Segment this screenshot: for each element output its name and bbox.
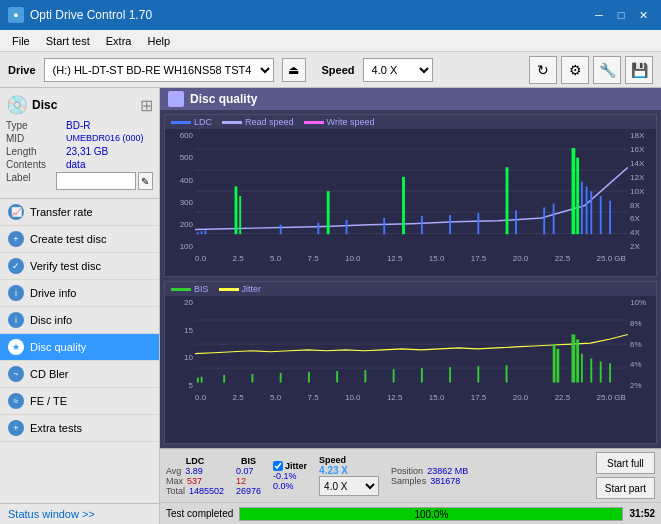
svg-rect-46 bbox=[553, 344, 556, 382]
bottom-bar: Test completed 100.0% 31:52 bbox=[160, 502, 661, 524]
sidebar-item-disc-quality[interactable]: ★ Disc quality bbox=[0, 334, 159, 361]
sidebar-item-disc-info[interactable]: i Disc info bbox=[0, 307, 159, 334]
chart2-canvas bbox=[195, 296, 628, 392]
menu-help[interactable]: Help bbox=[139, 33, 178, 49]
titlebar: ● Opti Drive Control 1.70 ─ □ ✕ bbox=[0, 0, 661, 30]
speed-stat-select[interactable]: 4.0 X bbox=[319, 476, 379, 496]
label-input[interactable] bbox=[56, 172, 136, 190]
fe-te-icon: ≈ bbox=[8, 393, 24, 409]
sidebar-item-transfer-rate[interactable]: 📈 Transfer rate bbox=[0, 199, 159, 226]
x2-2.5: 2.5 bbox=[232, 393, 243, 402]
sidebar-item-create-test-disc[interactable]: + Create test disc bbox=[0, 226, 159, 253]
app-icon: ● bbox=[8, 7, 24, 23]
svg-rect-37 bbox=[280, 373, 282, 383]
type-label: Type bbox=[6, 120, 66, 131]
svg-rect-23 bbox=[572, 148, 576, 234]
save-button[interactable]: 💾 bbox=[625, 56, 653, 84]
sidebar-item-verify-test-disc[interactable]: ✓ Verify test disc bbox=[0, 253, 159, 280]
y2-15: 15 bbox=[184, 326, 193, 335]
svg-rect-15 bbox=[402, 177, 405, 234]
disc-contents-row: Contents data bbox=[6, 159, 153, 170]
sidebar-item-extra-tests[interactable]: + Extra tests bbox=[0, 415, 159, 442]
titlebar-title-area: ● Opti Drive Control 1.70 bbox=[8, 7, 589, 23]
contents-value: data bbox=[66, 159, 85, 170]
avg-bis-value: 0.07 bbox=[236, 466, 254, 476]
menu-extra[interactable]: Extra bbox=[98, 33, 140, 49]
chart1-x-axis: 0.0 2.5 5.0 7.5 10.0 12.5 15.0 17.5 20.0… bbox=[165, 253, 656, 263]
jitter-checkbox[interactable] bbox=[273, 461, 283, 471]
sidebar-item-drive-info[interactable]: i Drive info bbox=[0, 280, 159, 307]
position-stats: Position 23862 MB Samples 381678 bbox=[391, 466, 468, 486]
svg-rect-50 bbox=[581, 354, 583, 383]
x1-22.5: 22.5 bbox=[555, 254, 571, 263]
svg-rect-24 bbox=[576, 158, 579, 235]
yr1-6x: 6X bbox=[630, 214, 654, 223]
sidebar-item-cd-bler[interactable]: ~ CD Bler bbox=[0, 361, 159, 388]
disc-label-row: Label ✎ bbox=[6, 172, 153, 190]
max-ldc-row: Max 537 bbox=[166, 476, 224, 486]
jitter-header: Jitter bbox=[273, 461, 307, 471]
refresh-button[interactable]: ↻ bbox=[529, 56, 557, 84]
menu-start-test[interactable]: Start test bbox=[38, 33, 98, 49]
main-content: 💿 Disc ⊞ Type BD-R MID UMEBDR016 (000) L… bbox=[0, 88, 661, 524]
disc-type-row: Type BD-R bbox=[6, 120, 153, 131]
yr2-6: 6% bbox=[630, 340, 654, 349]
start-full-button[interactable]: Start full bbox=[596, 452, 655, 474]
config-button[interactable]: 🔧 bbox=[593, 56, 621, 84]
samples-value: 381678 bbox=[430, 476, 460, 486]
x2-25: 25.0 GB bbox=[597, 393, 626, 402]
status-window-link[interactable]: Status window >> bbox=[8, 508, 95, 520]
maximize-button[interactable]: □ bbox=[611, 5, 631, 25]
speed-select[interactable]: 4.0 X bbox=[363, 58, 433, 82]
drive-select[interactable]: (H:) HL-DT-ST BD-RE WH16NS58 TST4 bbox=[44, 58, 274, 82]
verify-test-disc-icon: ✓ bbox=[8, 258, 24, 274]
avg-label-ldc: Avg bbox=[166, 466, 181, 476]
minimize-button[interactable]: ─ bbox=[589, 5, 609, 25]
chart1-area: 600 500 400 300 200 100 bbox=[165, 129, 656, 253]
x2-17.5: 17.5 bbox=[471, 393, 487, 402]
transfer-rate-icon: 📈 bbox=[8, 204, 24, 220]
write-color bbox=[304, 121, 324, 124]
read-color bbox=[222, 121, 242, 124]
chart2-x-axis: 0.0 2.5 5.0 7.5 10.0 12.5 15.0 17.5 20.0… bbox=[165, 392, 656, 402]
disc-panel: 💿 Disc ⊞ Type BD-R MID UMEBDR016 (000) L… bbox=[0, 88, 159, 199]
svg-rect-53 bbox=[609, 363, 611, 382]
y1-600: 600 bbox=[180, 131, 193, 140]
settings-button[interactable]: ⚙ bbox=[561, 56, 589, 84]
x1-20: 20.0 bbox=[513, 254, 529, 263]
close-button[interactable]: ✕ bbox=[633, 5, 653, 25]
type-value: BD-R bbox=[66, 120, 90, 131]
x1-15: 15.0 bbox=[429, 254, 445, 263]
position-row: Position 23862 MB bbox=[391, 466, 468, 476]
svg-rect-19 bbox=[506, 167, 509, 234]
create-test-disc-label: Create test disc bbox=[30, 233, 106, 245]
fe-te-label: FE / TE bbox=[30, 395, 67, 407]
label-label: Label bbox=[6, 172, 56, 190]
x1-12.5: 12.5 bbox=[387, 254, 403, 263]
jitter-header-label: Jitter bbox=[285, 461, 307, 471]
start-part-button[interactable]: Start part bbox=[596, 477, 655, 499]
sidebar-item-fe-te[interactable]: ≈ FE / TE bbox=[0, 388, 159, 415]
svg-rect-45 bbox=[506, 365, 508, 382]
eject-button[interactable]: ⏏ bbox=[282, 58, 306, 82]
content-area: Disc quality LDC Read speed Wr bbox=[160, 88, 661, 524]
disc-length-row: Length 23,31 GB bbox=[6, 146, 153, 157]
disc-info-label: Disc info bbox=[30, 314, 72, 326]
label-edit-button[interactable]: ✎ bbox=[138, 172, 153, 190]
disc-title: Disc bbox=[32, 98, 57, 112]
svg-rect-11 bbox=[317, 223, 319, 234]
svg-rect-16 bbox=[421, 216, 423, 234]
write-legend-label: Write speed bbox=[327, 117, 375, 127]
max-label-ldc: Max bbox=[166, 476, 183, 486]
svg-rect-5 bbox=[197, 232, 199, 234]
menu-file[interactable]: File bbox=[4, 33, 38, 49]
chart2-svg bbox=[195, 296, 628, 392]
x1-17.5: 17.5 bbox=[471, 254, 487, 263]
elapsed-time: 31:52 bbox=[629, 508, 655, 519]
bis-stats: BIS 0.07 12 26976 bbox=[236, 456, 261, 496]
speed-stat-label: Speed bbox=[319, 455, 379, 465]
svg-rect-10 bbox=[280, 225, 282, 235]
x2-22.5: 22.5 bbox=[555, 393, 571, 402]
window-controls: ─ □ ✕ bbox=[589, 5, 653, 25]
position-value: 23862 MB bbox=[427, 466, 468, 476]
